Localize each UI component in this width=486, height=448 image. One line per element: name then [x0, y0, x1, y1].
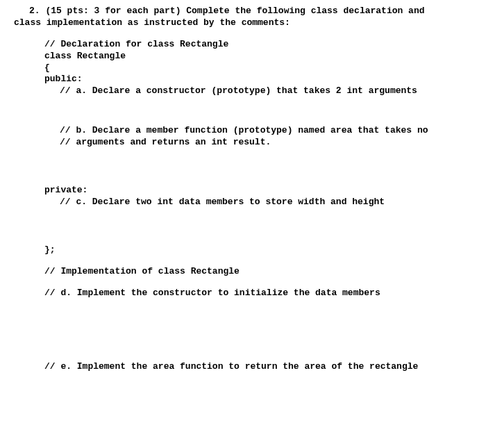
implementation-comment: // Implementation of class Rectangle [14, 266, 472, 278]
part-a-comment: // a. Declare a constructor (prototype) … [14, 85, 472, 97]
declaration-comment: // Declaration for class Rectangle [14, 39, 472, 51]
private-specifier: private: [14, 185, 472, 197]
part-e-comment: // e. Implement the area function to ret… [14, 361, 472, 373]
part-c-comment: // c. Declare two int data members to st… [14, 197, 472, 208]
gap-after-close [14, 256, 472, 266]
part-b-comment-line2: // arguments and returns an int result. [14, 137, 472, 149]
intro-line-2: class implementation as instructed by th… [14, 17, 472, 29]
gap-impl [14, 278, 472, 288]
close-brace: }; [14, 244, 472, 256]
blank-space-b [14, 149, 472, 185]
class-keyword-line: class Rectangle [14, 51, 472, 63]
part-d-comment: // d. Implement the constructor to initi… [14, 288, 472, 299]
open-brace: { [14, 63, 472, 74]
public-specifier: public: [14, 74, 472, 85]
blank-space-a [14, 97, 472, 125]
part-b-comment-line1: // b. Declare a member function (prototy… [14, 125, 472, 137]
blank-space-c [14, 208, 472, 244]
code-block: // Declaration for class Rectangle class… [14, 39, 472, 374]
blank-space-d [14, 299, 472, 361]
intro-line-1: 2. (15 pts: 3 for each part) Complete th… [14, 6, 472, 17]
question-intro: 2. (15 pts: 3 for each part) Complete th… [14, 6, 472, 29]
